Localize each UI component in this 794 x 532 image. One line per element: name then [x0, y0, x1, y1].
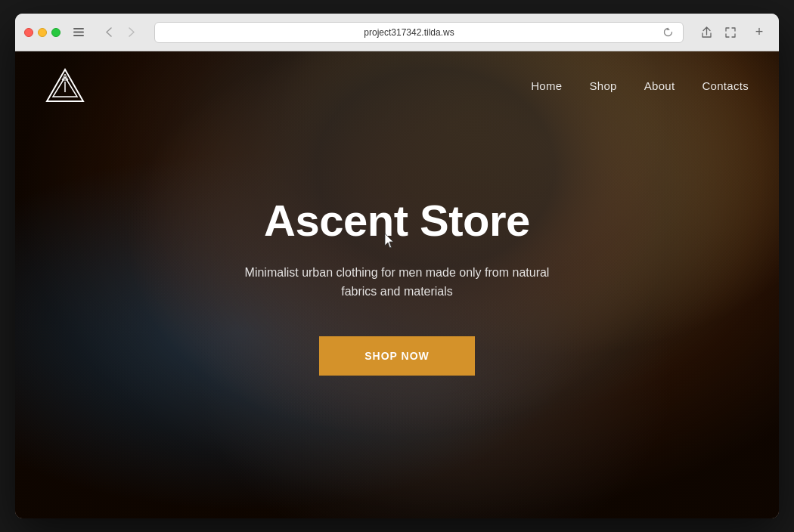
share-button[interactable] — [696, 22, 717, 43]
nav-link-about[interactable]: About — [644, 79, 675, 92]
website-content: Home Shop About Contacts Ascent Store Mi… — [15, 51, 779, 518]
hero-subtitle: Minimalist urban clothing for men made o… — [238, 263, 556, 302]
address-bar[interactable]: project317342.tilda.ws — [154, 22, 684, 43]
refresh-button[interactable] — [660, 25, 675, 40]
close-button[interactable] — [24, 28, 33, 37]
fullscreen-button[interactable] — [720, 22, 741, 43]
nav-links: Home Shop About Contacts — [531, 79, 749, 93]
browser-actions — [696, 22, 741, 43]
traffic-lights — [24, 28, 60, 37]
svg-rect-0 — [73, 28, 84, 29]
browser-chrome: project317342.tilda.ws — [15, 14, 779, 51]
browser-window: project317342.tilda.ws — [15, 14, 779, 518]
maximize-button[interactable] — [51, 28, 60, 37]
back-button[interactable] — [98, 22, 119, 43]
site-nav: Home Shop About Contacts — [15, 51, 779, 121]
svg-rect-1 — [73, 32, 84, 33]
hero-title: Ascent Store — [264, 196, 530, 245]
new-tab-button[interactable]: + — [749, 22, 770, 43]
svg-rect-2 — [73, 35, 84, 36]
nav-item-home[interactable]: Home — [531, 79, 562, 93]
hero-content: Ascent Store Minimalist urban clothing f… — [15, 151, 779, 421]
site-logo[interactable] — [45, 66, 85, 106]
shop-now-button[interactable]: Shop now — [319, 336, 475, 376]
new-tab-icon: + — [755, 24, 764, 40]
minimize-button[interactable] — [38, 28, 47, 37]
sidebar-toggle-button[interactable] — [68, 22, 89, 43]
nav-link-contacts[interactable]: Contacts — [702, 79, 749, 92]
nav-item-about[interactable]: About — [644, 79, 675, 93]
nav-link-shop[interactable]: Shop — [589, 79, 616, 92]
nav-item-contacts[interactable]: Contacts — [702, 79, 749, 93]
nav-buttons — [98, 22, 142, 43]
url-display: project317342.tilda.ws — [163, 27, 656, 38]
forward-button[interactable] — [121, 22, 142, 43]
nav-link-home[interactable]: Home — [531, 79, 562, 92]
nav-item-shop[interactable]: Shop — [589, 79, 616, 93]
